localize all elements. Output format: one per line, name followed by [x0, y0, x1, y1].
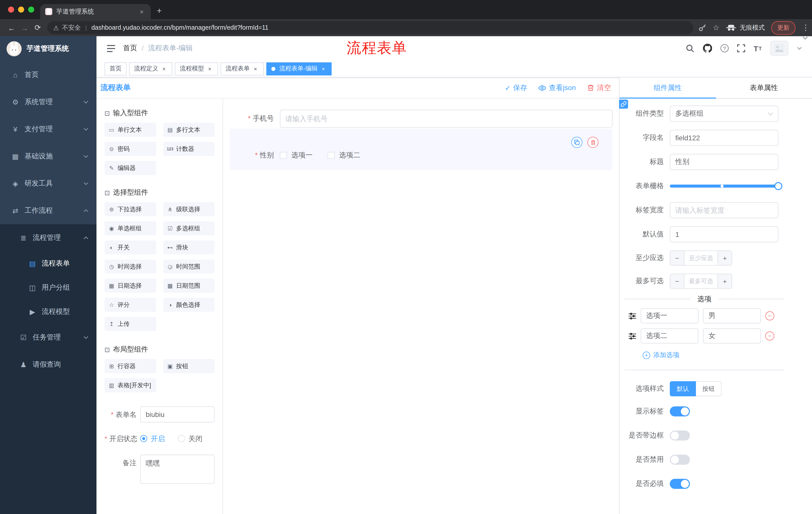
chip-multi-line-text[interactable]: ▤多行文本	[163, 123, 214, 137]
save-button[interactable]: ✓ 保存	[505, 83, 527, 92]
chip-rate[interactable]: ☆评分	[105, 298, 156, 312]
grid-slider[interactable]	[670, 178, 778, 194]
font-size-icon[interactable]: TT	[753, 44, 762, 53]
forward-icon[interactable]: →	[18, 23, 31, 32]
tag-close-icon[interactable]: ×	[206, 65, 213, 72]
document-link-button[interactable]	[619, 100, 628, 109]
checkbox-option-1[interactable]: 选项一	[280, 151, 313, 160]
tab-component-props[interactable]: 组件属性	[619, 77, 716, 98]
component-type-select[interactable]	[670, 106, 778, 122]
chip-single-line-text[interactable]: ▭单行文本	[105, 123, 156, 137]
tag-home[interactable]: 首页	[105, 62, 127, 75]
phone-input[interactable]	[280, 110, 612, 128]
reload-icon[interactable]: ⟳	[31, 23, 44, 32]
form-name-input[interactable]	[140, 406, 214, 423]
breadcrumb-home[interactable]: 首页	[123, 44, 137, 53]
browser-menu-icon[interactable]: ⋮	[802, 23, 807, 32]
checkbox-option-2[interactable]: 选项二	[328, 151, 360, 160]
bookmark-star-icon[interactable]: ☆	[713, 23, 720, 32]
sidebar-item-payment[interactable]: ¥ 支付管理	[0, 116, 96, 143]
option-1-value-input[interactable]	[703, 308, 761, 323]
tag-close-icon[interactable]: ×	[320, 65, 327, 72]
fullscreen-icon[interactable]	[737, 44, 745, 52]
panel-collapse-chevron-icon[interactable]	[803, 36, 808, 40]
chip-row-container[interactable]: ⊞行容器	[105, 359, 156, 373]
required-toggle[interactable]	[670, 479, 690, 489]
radio-open[interactable]: 开启	[140, 431, 165, 447]
chip-checkbox-group[interactable]: ☑多选框组	[163, 221, 214, 235]
window-close-button[interactable]	[8, 6, 14, 12]
chip-date-picker[interactable]: ▦日期选择	[105, 279, 156, 293]
form-remark-textarea[interactable]: 嘿嘿	[140, 455, 214, 484]
security-label[interactable]: 不安全	[62, 23, 81, 32]
decrement-button[interactable]: −	[670, 251, 685, 265]
chip-password[interactable]: ⊝密码	[105, 142, 156, 156]
option-2-value-input[interactable]	[703, 328, 761, 344]
form-canvas[interactable]: 手机号	[223, 99, 619, 514]
sidebar-item-process-form[interactable]: ▤ 流程表单	[0, 251, 96, 276]
disabled-toggle[interactable]	[670, 455, 690, 465]
chip-time-picker[interactable]: ◷时间选择	[105, 260, 156, 274]
avatar[interactable]	[770, 41, 788, 56]
min-select-value[interactable]: 至少应选	[685, 251, 718, 265]
label-width-input[interactable]	[670, 202, 778, 218]
slider-handle[interactable]	[774, 182, 782, 190]
default-value-input[interactable]	[670, 226, 778, 242]
gender-field-selected[interactable]: 性别 选项一 选项二	[230, 129, 612, 170]
sidebar-item-system[interactable]: ⚙ 系统管理	[0, 88, 96, 116]
chip-table-wip[interactable]: ▥表格[开发中]	[105, 378, 156, 392]
new-tab-button[interactable]: +	[157, 6, 162, 16]
chip-switch[interactable]: ◐开关	[105, 240, 156, 254]
copy-widget-button[interactable]	[571, 137, 582, 148]
url-text[interactable]: dashboard.yudao.iocoder.cn/bpm/manager/f…	[91, 24, 268, 31]
drag-handle-icon[interactable]	[629, 333, 636, 339]
sidebar-item-user-group[interactable]: ◫ 用户分组	[0, 276, 96, 300]
browser-tab[interactable]: 芋道管理系统 ×	[40, 4, 151, 19]
chip-radio-group[interactable]: ◉单选框组	[105, 221, 156, 235]
window-zoom-button[interactable]	[28, 6, 34, 12]
back-icon[interactable]: ←	[5, 23, 18, 32]
address-bar[interactable]: ⚠ 不安全 | dashboard.yudao.iocoder.cn/bpm/m…	[47, 21, 693, 34]
component-type-value[interactable]	[670, 106, 778, 122]
chip-select[interactable]: ⊚下拉选择	[105, 202, 156, 216]
chip-button[interactable]: ▣按钮	[163, 359, 214, 373]
hamburger-icon[interactable]	[107, 45, 116, 52]
window-minimize-button[interactable]	[18, 6, 24, 12]
chip-counter[interactable]: 123计数器	[163, 142, 214, 156]
option-2-name-input[interactable]	[641, 328, 698, 344]
remove-option-button[interactable]: −	[765, 311, 774, 320]
tag-close-icon[interactable]: ×	[252, 65, 259, 72]
sidebar-item-home[interactable]: ⌂ 首页	[0, 61, 96, 88]
style-default-button[interactable]: 默认	[670, 381, 696, 396]
max-select-value[interactable]: 最多可选	[685, 274, 718, 288]
chip-date-range[interactable]: ▩日期范围	[163, 279, 214, 293]
tab-form-props[interactable]: 表单属性	[716, 77, 812, 98]
add-option-button[interactable]: + 添加选项	[643, 351, 812, 360]
phone-field-row[interactable]: 手机号	[230, 110, 612, 128]
tag-process-form[interactable]: 流程表单 ×	[221, 62, 264, 75]
tag-close-icon[interactable]: ×	[161, 65, 167, 72]
sidebar-item-devtools[interactable]: ◈ 研发工具	[0, 170, 96, 197]
view-json-button[interactable]: 查看json	[539, 83, 576, 92]
tag-process-form-edit[interactable]: 流程表单-编辑 ×	[266, 62, 331, 75]
delete-widget-button[interactable]	[587, 137, 599, 148]
avatar-caret-icon[interactable]	[797, 47, 802, 50]
password-key-icon[interactable]	[698, 24, 706, 32]
chip-editor[interactable]: ✎编辑器	[105, 161, 156, 175]
chip-cascader[interactable]: ⋔级联选择	[163, 202, 214, 216]
show-label-toggle[interactable]	[670, 406, 690, 416]
field-name-input[interactable]	[670, 130, 778, 146]
title-input[interactable]	[670, 154, 778, 170]
sidebar-item-task-mgmt[interactable]: ☑ 任务管理	[0, 324, 96, 351]
help-icon[interactable]: ?	[720, 44, 728, 52]
clear-button[interactable]: 清空	[587, 83, 611, 92]
radio-closed[interactable]: 关闭	[178, 431, 203, 447]
slider-track[interactable]	[670, 185, 778, 188]
chip-color-picker[interactable]: ◑颜色选择	[163, 298, 214, 312]
sidebar-item-leave-query[interactable]: ♟ 请假查询	[0, 351, 96, 378]
style-button-button[interactable]: 按钮	[696, 381, 722, 396]
sidebar-item-process-mgmt[interactable]: ≣ 流程管理	[0, 224, 96, 251]
tag-process-model[interactable]: 流程模型 ×	[175, 62, 218, 75]
sidebar-item-process-model[interactable]: ▶ 流程模型	[0, 300, 96, 324]
sidebar-item-workflow[interactable]: ⇄ 工作流程	[0, 197, 96, 224]
